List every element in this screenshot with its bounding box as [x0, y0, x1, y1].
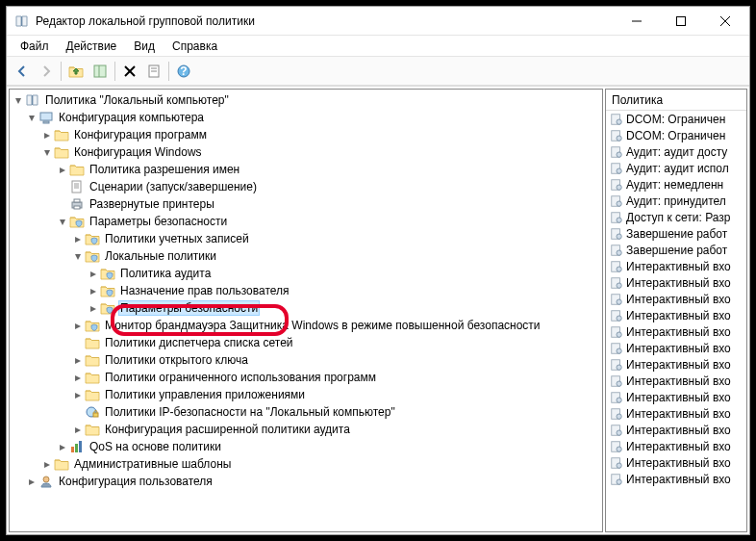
list-item[interactable]: Интерактивный вхо: [606, 471, 746, 487]
tree-advaudit[interactable]: ▸Конфигурация расширенной политики аудит…: [10, 421, 602, 438]
list-item-label: Интерактивный вхо: [626, 260, 731, 273]
policy-item-icon: [610, 162, 623, 175]
tree-root[interactable]: ▾Политика "Локальный компьютер": [10, 91, 602, 109]
policy-item-icon: [610, 244, 623, 257]
list-item-label: Интерактивный вхо: [626, 440, 731, 453]
tree-software-restriction[interactable]: ▸Политики ограниченного использования пр…: [10, 369, 602, 386]
list-item[interactable]: Интерактивный вхо: [606, 454, 746, 471]
policy-item-icon: [610, 391, 623, 404]
list-item-label: Интерактивный вхо: [626, 456, 731, 470]
tree-audit-policy[interactable]: ▸Политика аудита: [10, 265, 602, 282]
minimize-button[interactable]: [615, 7, 659, 36]
list-item-label: Интерактивный вхо: [626, 276, 731, 290]
list-item-label: Интерактивный вхо: [626, 374, 731, 388]
list-item[interactable]: Аудит: принудител: [606, 193, 746, 209]
up-button[interactable]: [64, 60, 88, 83]
list-item-label: Интерактивный вхо: [626, 391, 731, 404]
policy-item-icon: [610, 424, 623, 437]
tree-name-policy[interactable]: ▸Политика разрешения имен: [10, 161, 602, 178]
list-item-label: Аудит: аудит досту: [626, 145, 727, 159]
policy-item-icon: [610, 374, 623, 388]
tree-admin-templates[interactable]: ▸Административные шаблоны: [10, 455, 602, 473]
policy-item-icon: [610, 276, 623, 290]
tree-security-options[interactable]: ▸Параметры безопасности: [10, 299, 602, 317]
close-button[interactable]: [703, 7, 747, 36]
policy-item-icon: [610, 227, 623, 241]
menu-file[interactable]: Файл: [13, 38, 57, 55]
tree-account-policies[interactable]: ▸Политики учетных записей: [10, 230, 602, 247]
list-header-policy[interactable]: Политика: [606, 90, 746, 111]
list-item-label: Интерактивный вхо: [626, 407, 731, 421]
list-item-label: Интерактивный вхо: [626, 473, 731, 486]
list-item[interactable]: Интерактивный вхо: [606, 373, 746, 389]
list-item[interactable]: Аудит: аудит досту: [606, 143, 746, 160]
forward-button[interactable]: [35, 60, 58, 83]
list-item[interactable]: Интерактивный вхо: [606, 258, 746, 274]
show-hide-button[interactable]: [88, 60, 112, 83]
list-item[interactable]: Интерактивный вхо: [606, 323, 746, 340]
properties-button[interactable]: [142, 60, 165, 83]
delete-button[interactable]: [118, 60, 141, 83]
list-item-label: DCOM: Ограничен: [626, 129, 725, 142]
policy-item-icon: [610, 407, 623, 421]
list-item-label: Аудит: принудител: [626, 194, 726, 208]
back-button[interactable]: [11, 60, 34, 83]
menu-help[interactable]: Справка: [164, 38, 225, 55]
tree-printers[interactable]: ▸Развернутые принтеры: [10, 195, 602, 213]
policy-item-icon: [610, 342, 623, 355]
tree-local-policies[interactable]: ▾Локальные политики: [10, 247, 602, 265]
policy-item-icon: [610, 456, 623, 470]
tree-ipsec[interactable]: ▸Политики IP-безопасности на "Локальный …: [10, 403, 602, 421]
tree-security[interactable]: ▾Параметры безопасности: [10, 213, 602, 230]
list-item[interactable]: Интерактивный вхо: [606, 340, 746, 356]
list-item[interactable]: Интерактивный вхо: [606, 389, 746, 405]
list-item-label: Аудит: немедленн: [626, 178, 723, 192]
policy-item-icon: [610, 293, 623, 306]
menu-view[interactable]: Вид: [126, 38, 163, 55]
list-item-label: Интерактивный вхо: [626, 309, 731, 322]
menu-action[interactable]: Действие: [59, 38, 125, 55]
tree-pubkey[interactable]: ▸Политики открытого ключа: [10, 351, 602, 369]
list-item-label: Интерактивный вхо: [626, 293, 731, 306]
policy-item-icon: [610, 260, 623, 273]
policy-item-icon: [610, 113, 623, 126]
list-item-label: Аудит: аудит испол: [626, 162, 729, 175]
list-item[interactable]: Интерактивный вхо: [606, 356, 746, 373]
policy-item-icon: [610, 211, 623, 224]
tree-app-control[interactable]: ▸Политики управления приложениями: [10, 386, 602, 403]
list-item[interactable]: Аудит: немедленн: [606, 176, 746, 193]
list-item[interactable]: DCOM: Ограничен: [606, 111, 746, 127]
policy-item-icon: [610, 178, 623, 192]
list-item[interactable]: Интерактивный вхо: [606, 422, 746, 438]
tree-scripts[interactable]: ▸Сценарии (запуск/завершение): [10, 178, 602, 195]
tree-comp-config[interactable]: ▾Конфигурация компьютера: [10, 109, 602, 126]
tree-firewall[interactable]: ▸Монитор брандмауэра Защитника Windows в…: [10, 317, 602, 334]
tree-win-config[interactable]: ▾Конфигурация Windows: [10, 143, 602, 161]
tree-user-rights[interactable]: ▸Назначение прав пользователя: [10, 282, 602, 299]
list-item[interactable]: Интерактивный вхо: [606, 274, 746, 291]
list-item[interactable]: Интерактивный вхо: [606, 438, 746, 454]
list-item[interactable]: Интерактивный вхо: [606, 291, 746, 307]
policy-item-icon: [610, 309, 623, 322]
window-title: Редактор локальной групповой политики: [36, 14, 615, 28]
list-item[interactable]: DCOM: Ограничен: [606, 127, 746, 143]
list-item[interactable]: Доступ к сети: Разр: [606, 209, 746, 225]
list-item[interactable]: Аудит: аудит испол: [606, 160, 746, 176]
list-item-label: Интерактивный вхо: [626, 342, 731, 355]
tree-user-config[interactable]: ▸Конфигурация пользователя: [10, 473, 602, 490]
list-item[interactable]: Завершение работ: [606, 225, 746, 242]
list-item[interactable]: Интерактивный вхо: [606, 405, 746, 422]
tree-prog-config[interactable]: ▸Конфигурация программ: [10, 126, 602, 143]
tree-qos[interactable]: ▸QoS на основе политики: [10, 438, 602, 455]
tree-pane[interactable]: ▾Политика "Локальный компьютер" ▾Конфигу…: [9, 89, 603, 532]
list-pane[interactable]: Политика DCOM: ОграниченDCOM: ОграниченА…: [605, 89, 747, 532]
policy-item-icon: [610, 194, 623, 208]
list-item-label: Завершение работ: [626, 244, 727, 257]
content-area: ▾Политика "Локальный компьютер" ▾Конфигу…: [7, 86, 749, 534]
policy-item-icon: [610, 145, 623, 159]
list-item[interactable]: Интерактивный вхо: [606, 307, 746, 323]
tree-nlm[interactable]: ▸Политики диспетчера списка сетей: [10, 334, 602, 351]
maximize-button[interactable]: [659, 7, 703, 36]
list-item[interactable]: Завершение работ: [606, 242, 746, 258]
help-button[interactable]: ?: [172, 60, 195, 83]
